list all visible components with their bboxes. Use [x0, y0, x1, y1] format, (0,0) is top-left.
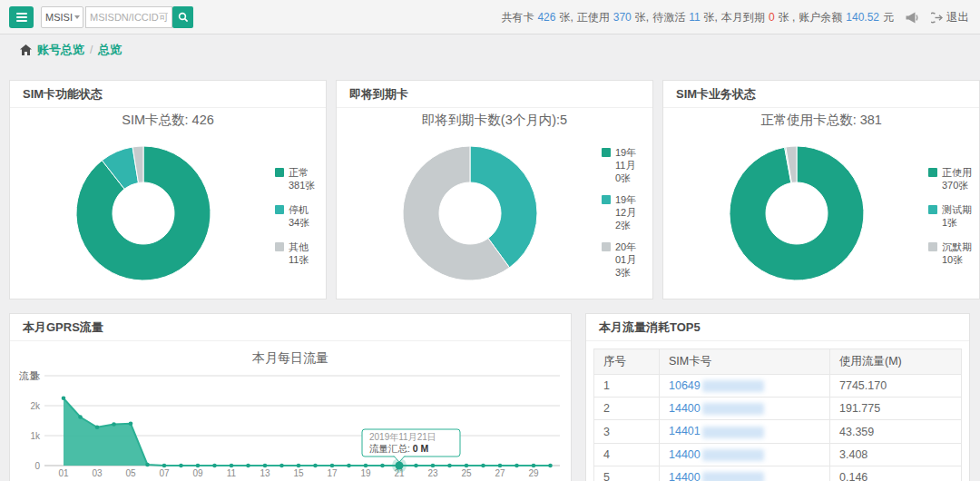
table-row: 4144003.408: [594, 443, 962, 466]
stat-item: 正使用370张,: [577, 11, 649, 24]
legend-swatch: [602, 242, 611, 251]
daily-traffic-area-chart[interactable]: 01k2k3k流量0103050709111315171921232527292…: [10, 366, 573, 481]
svg-text:29: 29: [528, 468, 539, 478]
legend-label: 正常 381张: [289, 166, 315, 191]
table-row: 5144000.146: [594, 466, 962, 481]
panel-title: SIM卡业务状态: [663, 81, 979, 108]
stat-item: 共有卡426张,: [501, 11, 573, 24]
dashboard-screen: MSISI 共有卡426张,正使用370张,待激活11张,本月到期0张 ,账户余…: [0, 0, 980, 481]
column-header: SIM卡号: [660, 349, 830, 375]
legend-item[interactable]: 停机 34张: [275, 203, 315, 229]
panel-traffic-top5: 本月流量消耗TOP5 序号SIM卡号使用流量(M) 1106497745.170…: [585, 313, 970, 481]
legend-label: 正使用 370张: [942, 166, 972, 191]
search-type-select[interactable]: MSISI: [41, 6, 83, 28]
panel-body: 正常使用卡总数: 381 正使用 370张测试期 1张沉默期 10张: [663, 108, 979, 298]
legend-item[interactable]: 其他 11张: [275, 240, 315, 266]
svg-text:07: 07: [159, 468, 170, 478]
legend-swatch: [928, 205, 937, 214]
legend-item[interactable]: 正使用 370张: [928, 166, 972, 191]
svg-text:流量: 流量: [18, 370, 39, 381]
column-header: 使用流量(M): [830, 349, 962, 375]
breadcrumb-current[interactable]: 总览: [98, 42, 122, 58]
top5-table-body: 1106497745.170214400191.77531440143.3594…: [594, 375, 962, 481]
svg-text:1k: 1k: [30, 431, 41, 441]
chevron-down-icon: [74, 15, 80, 19]
usage-cell: 191.775: [830, 398, 962, 420]
logout-button[interactable]: 退出: [931, 10, 969, 25]
tooltip-date: 2019年11月21日: [369, 432, 436, 442]
announcement-icon[interactable]: [906, 12, 919, 24]
legend-swatch: [275, 168, 284, 177]
legend-swatch: [602, 195, 611, 204]
table-row: 31440143.359: [594, 420, 962, 443]
svg-text:17: 17: [327, 468, 338, 478]
panel-body: 序号SIM卡号使用流量(M) 1106497745.170214400191.7…: [586, 348, 969, 481]
sim-number-cell: 14400: [660, 466, 830, 481]
usage-cell: 43.359: [830, 420, 962, 443]
tooltip-value: 流量汇总: 0 M: [369, 443, 429, 454]
legend-item[interactable]: 19年 12月 2张: [602, 193, 636, 231]
topbar-right: 共有卡426张,正使用370张,待激活11张,本月到期0张 ,账户余额140.5…: [497, 0, 969, 34]
legend-label: 19年 11月 0张: [615, 146, 636, 184]
megaphone-icon: [906, 12, 919, 24]
home-icon: [20, 44, 32, 55]
breadcrumb-root[interactable]: 账号总览: [37, 42, 84, 58]
pie-legend: 正常 381张停机 34张其他 11张: [275, 166, 315, 266]
sim-number-link[interactable]: 14401: [669, 425, 701, 437]
breadcrumb-separator: /: [90, 44, 93, 56]
panel-body: 即将到期卡数(3个月内):5 19年 11月 0张19年 12月 2张20年 0…: [337, 108, 652, 298]
masked-digits: [702, 427, 764, 438]
svg-text:03: 03: [92, 468, 103, 478]
breadcrumb: 账号总览 / 总览: [20, 35, 122, 64]
column-header: 序号: [594, 349, 660, 375]
legend-item[interactable]: 沉默期 10张: [928, 240, 972, 266]
sim-number-link[interactable]: 14400: [669, 471, 701, 481]
highlighted-point[interactable]: [396, 462, 404, 470]
legend-swatch: [275, 242, 284, 251]
sim-number-link[interactable]: 14400: [669, 448, 701, 461]
sim-number-cell: 10649: [660, 375, 830, 398]
svg-text:19: 19: [360, 468, 371, 478]
legend-item[interactable]: 19年 11月 0张: [602, 146, 636, 184]
search-input[interactable]: [85, 6, 172, 28]
panel-body: 本月每日流量 01k2k3k流量010305070911131517192123…: [10, 341, 571, 481]
panel-title: SIM卡功能状态: [10, 81, 326, 108]
legend-label: 其他 11张: [289, 240, 309, 266]
legend-swatch: [928, 242, 937, 251]
sim-number-link[interactable]: 14400: [669, 402, 701, 415]
sim-number-cell: 14401: [660, 420, 830, 443]
svg-text:2k: 2k: [30, 401, 41, 411]
svg-text:15: 15: [293, 468, 304, 478]
svg-text:23: 23: [427, 468, 438, 478]
legend-label: 测试期 1张: [942, 203, 972, 229]
legend-item[interactable]: 测试期 1张: [928, 203, 972, 229]
usage-cell: 3.408: [830, 443, 962, 466]
legend-swatch: [275, 205, 284, 214]
search-icon: [178, 12, 189, 23]
search-button[interactable]: [172, 6, 193, 28]
masked-digits: [702, 449, 764, 461]
pie-legend: 正使用 370张测试期 1张沉默期 10张: [928, 166, 972, 266]
legend-label: 停机 34张: [289, 203, 309, 229]
svg-text:25: 25: [461, 468, 472, 478]
menu-toggle-button[interactable]: [9, 6, 34, 28]
legend-swatch: [928, 168, 937, 177]
legend-label: 沉默期 10张: [942, 240, 972, 266]
legend-label: 20年 01月 3张: [615, 240, 636, 279]
table-row: 1106497745.170: [594, 375, 962, 398]
masked-digits: [702, 380, 764, 392]
stat-item: 本月到期0张 ,: [721, 11, 795, 24]
svg-text:13: 13: [260, 468, 270, 478]
svg-text:27: 27: [495, 468, 505, 478]
svg-text:0: 0: [34, 461, 40, 471]
legend-label: 19年 12月 2张: [615, 193, 636, 231]
svg-text:11: 11: [227, 468, 237, 478]
sim-number-link[interactable]: 10649: [669, 379, 701, 392]
search-type-value: MSISI: [45, 12, 73, 23]
legend-item[interactable]: 正常 381张: [275, 166, 315, 191]
legend-item[interactable]: 20年 01月 3张: [602, 240, 636, 279]
account-stats: 共有卡426张,正使用370张,待激活11张,本月到期0张 ,账户余额140.5…: [497, 10, 894, 25]
row-index-cell: 5: [594, 466, 660, 481]
panel-body: SIM卡总数: 426 正常 381张停机 34张其他 11张: [10, 108, 326, 298]
usage-cell: 7745.170: [830, 375, 962, 398]
